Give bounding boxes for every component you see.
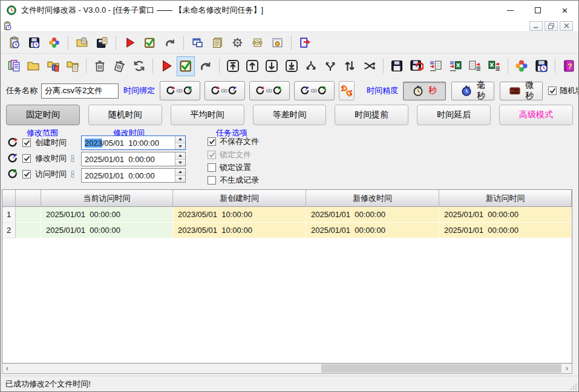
option-checkbox[interactable] — [208, 137, 216, 146]
table-cell[interactable]: 2025/01/01 00:00:00 — [41, 207, 173, 223]
scrollbar-thumb[interactable] — [321, 364, 561, 373]
spin-up-button[interactable] — [175, 136, 185, 143]
column-header[interactable]: 新修改时间 — [306, 190, 439, 207]
table-cell[interactable]: 2025/01/01 00:00:00 — [439, 223, 572, 238]
mdi-minimize-button[interactable] — [529, 21, 543, 31]
tab-随机时间[interactable]: 随机时间 — [88, 105, 162, 125]
row-number[interactable]: 2 — [2, 223, 16, 238]
precision-毫秒-button[interactable]: 毫秒 — [451, 82, 494, 100]
move-up-button[interactable] — [243, 56, 261, 76]
tab-时间提前[interactable]: 时间提前 — [335, 105, 408, 125]
move-top-button[interactable] — [224, 56, 242, 76]
table-cell[interactable]: 2023/05/01 10:00:00 — [173, 207, 306, 223]
export-text-button[interactable] — [466, 56, 484, 76]
minimize-button[interactable] — [497, 1, 524, 20]
table-cell[interactable]: 2023/05/01 10:00:00 — [173, 223, 306, 238]
task-name-input[interactable] — [41, 83, 119, 99]
column-header[interactable]: 新创建时间 — [173, 190, 306, 207]
table-cell[interactable]: 2025/01/01 00:00:00 — [41, 223, 173, 238]
tab-等差时间[interactable]: 等差时间 — [253, 105, 327, 125]
pinwheel-button[interactable] — [512, 56, 531, 76]
bind-create-modify-button[interactable] — [204, 81, 245, 100]
folder-add-doc-button[interactable] — [64, 56, 82, 76]
folder-add-files-button[interactable] — [44, 56, 62, 76]
cascade-windows-button[interactable] — [188, 34, 207, 52]
range-checkbox[interactable] — [22, 139, 31, 147]
save-clock-button[interactable] — [532, 56, 551, 76]
save-button[interactable] — [388, 56, 406, 76]
column-header[interactable]: 当前访问时间 — [41, 190, 173, 207]
import-excel-button[interactable] — [447, 56, 465, 76]
table-cell[interactable] — [16, 223, 41, 238]
range-checkbox[interactable] — [22, 170, 31, 178]
datetime-input[interactable]: 2023/05/01 10:00:00 — [81, 136, 186, 150]
spin-up-button[interactable] — [175, 169, 185, 176]
table-cell[interactable]: 2025/01/01 00:00:00 — [306, 223, 439, 238]
save-clock-button[interactable] — [25, 34, 44, 52]
row-number[interactable]: 1 — [2, 207, 16, 223]
random-fill-option[interactable]: 随机填充 — [548, 85, 579, 96]
open-task-button[interactable] — [73, 34, 91, 52]
close-button[interactable]: × — [551, 1, 578, 20]
tab-平均时间[interactable]: 平均时间 — [171, 105, 244, 125]
bind-create-access-button[interactable] — [249, 81, 290, 100]
spin-down-button[interactable] — [175, 143, 185, 150]
spin-down-button[interactable] — [175, 176, 185, 183]
undo-button[interactable] — [160, 34, 179, 52]
run-button[interactable] — [157, 56, 175, 76]
table-cell[interactable]: 2025/01/01 00:00:00 — [306, 207, 439, 223]
add-files-button[interactable] — [5, 56, 23, 76]
bind-modify-access-button[interactable] — [294, 81, 335, 100]
unbind-button[interactable] — [339, 81, 355, 100]
maximize-button[interactable] — [524, 1, 551, 20]
apply-check-button[interactable] — [140, 34, 159, 52]
swap-updown-button[interactable] — [341, 56, 359, 76]
table-cell[interactable]: 2025/01/01 00:00:00 — [439, 207, 572, 223]
horizontal-scrollbar[interactable]: ‹ › — [2, 364, 572, 374]
random-fill-checkbox[interactable] — [548, 87, 557, 95]
table-cell[interactable] — [16, 207, 41, 223]
move-down-button[interactable] — [263, 56, 281, 76]
undo-button[interactable] — [196, 56, 214, 76]
resize-grip[interactable] — [571, 384, 577, 390]
apply-check-button[interactable] — [177, 56, 195, 76]
precision-微秒-button[interactable]: 0012微秒 — [500, 82, 543, 100]
bind-create-modify-access-button[interactable] — [160, 81, 200, 100]
table-row[interactable]: 12025/01/01 00:00:002023/05/01 10:00:002… — [2, 207, 572, 223]
mdi-child-clipboard-clock-icon[interactable] — [2, 21, 12, 31]
shuffle-button[interactable] — [361, 56, 379, 76]
clipboard-clock-button[interactable] — [5, 34, 24, 52]
spin-down-button[interactable] — [175, 160, 185, 166]
folder-button[interactable] — [24, 56, 42, 76]
settings-gear-button[interactable] — [228, 34, 247, 52]
column-header[interactable] — [16, 190, 41, 207]
exit-button[interactable] — [296, 34, 315, 52]
option-不保存文件[interactable]: 不保存文件 — [208, 136, 259, 147]
column-header[interactable]: 新访问时间 — [439, 190, 572, 207]
spin-up-button[interactable] — [175, 152, 185, 160]
about-window-button[interactable] — [268, 34, 287, 52]
tab-时间延后[interactable]: 时间延后 — [417, 105, 491, 125]
option-不生成记录[interactable]: 不生成记录 — [208, 175, 259, 186]
option-checkbox[interactable] — [208, 176, 216, 185]
scroll-left-arrow[interactable]: ‹ — [2, 364, 12, 373]
pinwheel-button[interactable] — [45, 34, 64, 52]
spread-down-button[interactable] — [302, 56, 320, 76]
mdi-restore-button[interactable] — [545, 21, 558, 31]
refresh-button[interactable] — [130, 56, 148, 76]
save-as-task-button[interactable] — [93, 34, 111, 52]
trash-button[interactable] — [91, 56, 109, 76]
tab-高级模式[interactable]: 高级模式 — [499, 105, 573, 125]
datetime-input[interactable]: 2025/01/01 0:00:00 — [81, 168, 186, 183]
option-锁定设置[interactable]: 锁定设置 — [208, 162, 251, 173]
move-bottom-button[interactable] — [282, 56, 300, 76]
datetime-input[interactable]: 2025/01/01 0:00:00 — [81, 152, 186, 166]
range-checkbox[interactable] — [22, 154, 31, 163]
scroll-right-arrow[interactable]: › — [562, 364, 572, 373]
help-book-button[interactable]: ? — [560, 56, 578, 76]
export-excel-button[interactable] — [485, 56, 503, 76]
table-row[interactable]: 22025/01/01 00:00:002023/05/01 10:00:002… — [2, 223, 572, 238]
trash-all-button[interactable] — [110, 56, 128, 76]
option-checkbox[interactable] — [208, 163, 216, 172]
save-export-button[interactable] — [407, 56, 425, 76]
